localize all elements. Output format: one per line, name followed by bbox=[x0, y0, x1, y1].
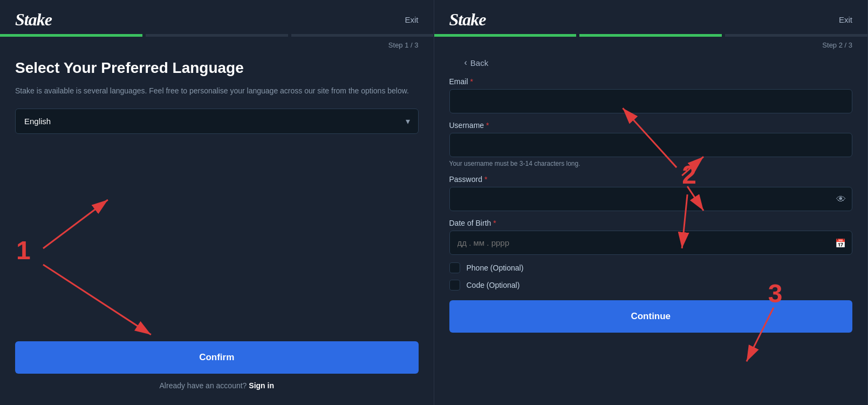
right-exit-button[interactable]: Exit bbox=[839, 15, 852, 24]
confirm-button[interactable]: Confirm bbox=[15, 341, 419, 374]
back-row: ‹ Back bbox=[434, 50, 868, 74]
eye-icon[interactable]: 👁 bbox=[836, 193, 846, 205]
right-panel: Stake Exit Step 2 / 3 ‹ Back Email * bbox=[434, 0, 869, 405]
username-hint: Your username must be 3-14 characters lo… bbox=[449, 160, 853, 167]
back-chevron-icon: ‹ bbox=[464, 58, 467, 68]
code-option[interactable]: Code (Optional) bbox=[449, 280, 853, 291]
left-header: Stake Exit bbox=[0, 0, 434, 34]
phone-option[interactable]: Phone (Optional) bbox=[449, 262, 853, 273]
username-label: Username * bbox=[449, 121, 853, 130]
right-form-content: Email * Username * Your username must be… bbox=[434, 74, 868, 405]
username-input[interactable] bbox=[449, 133, 853, 157]
left-logo: Stake bbox=[15, 10, 52, 30]
password-input[interactable] bbox=[449, 187, 853, 211]
password-label: Password * bbox=[449, 175, 853, 184]
language-select[interactable]: English Español Français Deutsch Portugu… bbox=[15, 109, 419, 134]
left-exit-button[interactable]: Exit bbox=[405, 15, 418, 24]
language-select-wrapper[interactable]: English Español Français Deutsch Portugu… bbox=[15, 109, 419, 134]
left-panel: Stake Exit Step 1 / 3 Select Your Prefer… bbox=[0, 0, 434, 405]
back-button[interactable]: ‹ Back bbox=[449, 53, 504, 72]
dob-group: Date of Birth * 📅 bbox=[449, 219, 853, 255]
phone-checkbox[interactable] bbox=[449, 262, 460, 273]
signin-row: Already have an account? Sign in bbox=[15, 381, 419, 400]
username-group: Username * Your username must be 3-14 ch… bbox=[449, 121, 853, 167]
left-panel-title: Select Your Preferred Language bbox=[15, 59, 419, 77]
right-step-label: Step 2 / 3 bbox=[434, 37, 868, 50]
calendar-icon[interactable]: 📅 bbox=[835, 238, 846, 248]
right-logo: Stake bbox=[449, 10, 486, 30]
left-panel-description: Stake is available is several languages.… bbox=[15, 85, 419, 97]
right-header: Stake Exit bbox=[434, 0, 868, 34]
email-label: Email * bbox=[449, 77, 853, 86]
left-step-label: Step 1 / 3 bbox=[0, 37, 434, 50]
password-group: Password * 👁 bbox=[449, 175, 853, 211]
password-wrapper: 👁 bbox=[449, 187, 853, 211]
email-group: Email * bbox=[449, 77, 853, 113]
dob-label: Date of Birth * bbox=[449, 219, 853, 227]
signin-link[interactable]: Sign in bbox=[249, 381, 274, 390]
continue-button[interactable]: Continue bbox=[449, 300, 853, 333]
dob-wrapper: 📅 bbox=[449, 231, 853, 255]
email-input[interactable] bbox=[449, 89, 853, 113]
dob-input[interactable] bbox=[449, 231, 853, 255]
code-checkbox[interactable] bbox=[449, 280, 460, 291]
left-content: Select Your Preferred Language Stake is … bbox=[0, 50, 434, 405]
